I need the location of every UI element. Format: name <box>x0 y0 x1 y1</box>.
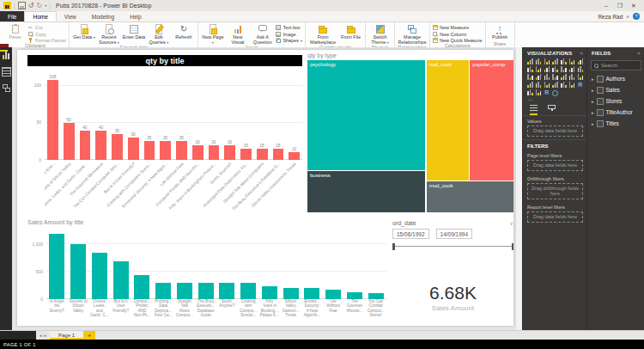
edit-queries-button[interactable]: Edit Queries ▾ <box>147 23 170 45</box>
bar[interactable] <box>134 275 149 299</box>
fields-search-input[interactable]: Search <box>591 60 641 70</box>
minimize-button[interactable]: – <box>599 0 613 11</box>
save-icon[interactable] <box>18 2 26 9</box>
r-visual-icon[interactable]: R <box>544 89 550 96</box>
report-page[interactable]: qty by title 050100108504040353025252520… <box>17 50 513 326</box>
matrix-icon[interactable] <box>568 82 575 89</box>
table-checkbox[interactable] <box>597 98 604 105</box>
slicer-end-date-input[interactable]: 14/09/1994 <box>436 229 473 239</box>
expand-caret-icon[interactable]: ▸ <box>592 121 594 126</box>
bar[interactable] <box>262 286 277 299</box>
shapes-button[interactable]: Shapes ▾ <box>276 38 302 43</box>
drillthrough-filters-drop-area[interactable]: Drag drillthrough fields here <box>527 183 583 199</box>
sales-amount-card[interactable]: 6.68K Sales Amount <box>392 275 513 320</box>
expand-caret-icon[interactable]: ▸ <box>592 77 594 82</box>
shape-map-icon[interactable] <box>560 74 567 81</box>
slider-handle-left[interactable] <box>392 243 395 250</box>
bar[interactable] <box>95 131 106 160</box>
new-page-button[interactable]: New Page ▾ <box>201 23 224 45</box>
ribbon-collapse-icon[interactable]: ∧ <box>626 14 629 19</box>
area-chart-icon[interactable] <box>526 66 533 73</box>
expand-caret-icon[interactable]: ▸ <box>592 88 594 93</box>
bar[interactable] <box>257 149 268 160</box>
field-table-titleauthor[interactable]: ▸TitleAuthor <box>587 107 644 118</box>
bar[interactable] <box>219 283 234 299</box>
sales-amount-by-title-bar-chart[interactable]: Sales Amount by title 05001,000Is Anger … <box>27 218 386 325</box>
format-tab[interactable] <box>548 105 556 115</box>
model-view-button[interactable] <box>3 84 10 92</box>
table-checkbox[interactable] <box>597 76 604 83</box>
from-marketplace-button[interactable]: From Marketplace <box>308 23 337 45</box>
stacked-column-chart-icon[interactable] <box>535 58 542 65</box>
collapse-panel-icon[interactable]: > <box>637 51 641 56</box>
gauge-icon[interactable] <box>577 74 584 81</box>
maximize-button[interactable]: ❐ <box>613 0 627 11</box>
qty-by-title-bar-chart[interactable]: qty by title 050100108504040353025252520… <box>27 55 302 213</box>
undo-icon[interactable]: ↺ <box>28 2 34 9</box>
line-chart-icon[interactable] <box>577 58 584 65</box>
chevron-down-icon[interactable]: ∨ <box>510 220 513 226</box>
tab-view[interactable]: View <box>57 11 84 21</box>
funnel-icon[interactable] <box>568 74 575 81</box>
expand-caret-icon[interactable]: ▸ <box>592 110 594 115</box>
donut-chart-icon[interactable] <box>526 74 533 81</box>
bar[interactable] <box>368 293 384 299</box>
clustered-bar-chart-icon[interactable] <box>544 58 550 65</box>
field-table-sales[interactable]: ▸Sales <box>587 84 644 95</box>
table-checkbox[interactable] <box>597 87 604 94</box>
bar[interactable] <box>80 131 91 160</box>
bar[interactable] <box>92 253 107 299</box>
switch-theme-button[interactable]: Switch Theme ▾ <box>368 23 392 45</box>
tab-file[interactable]: File <box>0 11 24 21</box>
r-script-visual-icon[interactable]: R <box>577 82 584 89</box>
python-placeholder-icon[interactable] <box>526 89 533 96</box>
treemap-tile-psychology[interactable]: psychology <box>307 60 425 170</box>
new-visual-button[interactable]: New Visual <box>226 23 249 45</box>
100-stacked-column-chart-icon[interactable] <box>568 58 575 65</box>
image-button[interactable]: Image <box>276 32 302 37</box>
line-and-stacked-column-chart-icon[interactable] <box>544 66 550 73</box>
canvas-scrollbar[interactable] <box>515 47 522 331</box>
doc-visual-icon[interactable] <box>535 89 542 96</box>
bar[interactable] <box>112 134 123 160</box>
treemap-tile-popular_comp[interactable]: popular_comp <box>470 60 513 181</box>
field-table-authors[interactable]: ▸Authors <box>587 73 644 84</box>
bar[interactable] <box>49 234 64 299</box>
from-file-button[interactable]: From File <box>339 23 362 40</box>
bar[interactable] <box>70 244 86 299</box>
waterfall-chart-icon[interactable] <box>560 66 567 73</box>
bar[interactable] <box>176 141 187 160</box>
ask-a-question-button[interactable]: Ask A Question <box>251 23 274 45</box>
fields-well-tab[interactable] <box>530 105 538 115</box>
data-view-button[interactable] <box>2 67 11 77</box>
bar[interactable] <box>64 123 75 160</box>
scatter-chart-icon[interactable] <box>568 66 575 73</box>
paste-button[interactable]: Paste <box>3 23 27 40</box>
redo-icon[interactable]: ↻ <box>37 2 43 9</box>
report-level-filters-drop-area[interactable]: Drag data fields here <box>527 211 583 223</box>
bar[interactable] <box>192 145 204 160</box>
bar[interactable] <box>325 290 341 299</box>
multi-row-card-icon[interactable] <box>535 82 542 89</box>
treemap-tile-trad_cook[interactable]: trad_cook <box>427 60 469 181</box>
values-drop-area[interactable]: Drag data fields here <box>527 126 583 137</box>
new-column-button[interactable]: New Column <box>433 32 483 37</box>
pie-chart-icon[interactable] <box>577 66 584 73</box>
bar[interactable] <box>347 292 362 299</box>
text-box-button[interactable]: Text box <box>276 25 302 30</box>
field-table-stores[interactable]: ▸Stores <box>587 95 644 107</box>
close-button[interactable]: ✕ <box>627 0 641 11</box>
bar[interactable] <box>128 138 139 160</box>
bar[interactable] <box>155 283 171 299</box>
qty-by-type-treemap[interactable]: qty by type psychologybusinesstrad_cookp… <box>307 52 513 212</box>
clustered-column-chart-icon[interactable] <box>551 58 558 65</box>
bar[interactable] <box>198 283 214 299</box>
table-icon[interactable] <box>560 82 567 89</box>
bar[interactable] <box>240 149 252 160</box>
slicer-start-date-input[interactable]: 15/06/1992 <box>392 229 429 239</box>
treemap-tile-mod_cook[interactable]: mod_cook <box>427 181 513 212</box>
card-icon[interactable] <box>526 82 533 89</box>
bar[interactable] <box>240 283 256 299</box>
manage-relationships-button[interactable]: Manage Relationships <box>398 23 427 45</box>
treemap-tile-business[interactable]: business <box>307 171 425 212</box>
